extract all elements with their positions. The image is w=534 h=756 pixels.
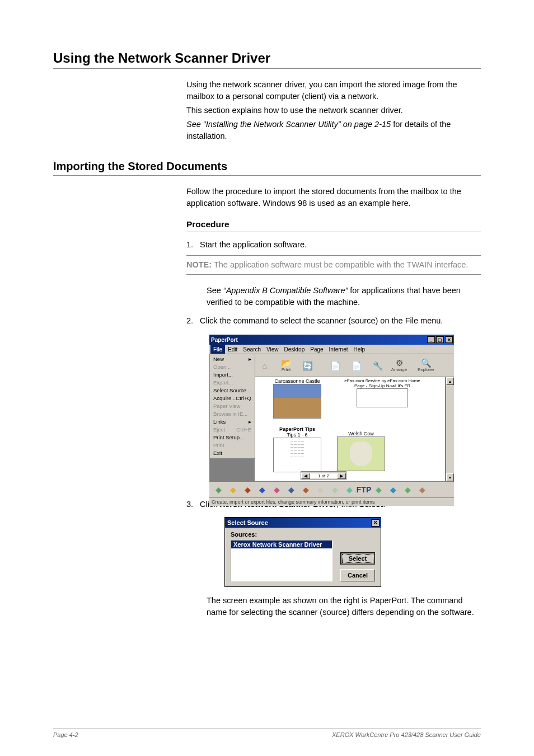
toolbar-icon[interactable]: ⚙Arrange xyxy=(389,355,409,375)
dialog-title: Select Source xyxy=(227,519,268,526)
paperport-screenshot: PaperPort _ ▢ ✕ File Edit Search View De… xyxy=(209,335,454,492)
page-icon: 📄 xyxy=(352,361,362,370)
mi-select-source[interactable]: Select Source... xyxy=(210,387,255,395)
app-icon[interactable]: ◆ xyxy=(242,484,253,495)
dialog-titlebar: Select Source ✕ xyxy=(225,518,381,528)
castle-image xyxy=(273,384,321,419)
window-title: PaperPort xyxy=(211,337,238,343)
step-1-text: Start the application software. xyxy=(200,239,481,251)
importing-heading: Importing the Stored Documents xyxy=(53,160,481,176)
tips-image: — — — —— — — —— — — —— — — —— — — —— — —… xyxy=(273,438,321,472)
app-icon[interactable]: ◆ xyxy=(227,484,238,495)
thumb-efax[interactable]: eFax.com Service by eFax.com Home Page -… xyxy=(343,378,421,408)
app-icon[interactable]: ◆ xyxy=(402,484,413,495)
step-1-num: 1. xyxy=(186,239,200,251)
mi-exit[interactable]: Exit xyxy=(210,449,255,457)
mi-print-setup[interactable]: Print Setup... xyxy=(210,434,255,442)
refresh-icon: 🔄 xyxy=(302,361,313,370)
app-icon[interactable]: ◆ xyxy=(373,484,384,495)
app-icon[interactable]: ◆ xyxy=(213,484,224,495)
cow-image xyxy=(337,436,385,471)
app-icon[interactable]: ◆ xyxy=(315,484,326,495)
mi-links[interactable]: Links▸ xyxy=(210,418,255,426)
minimize-button[interactable]: _ xyxy=(427,336,435,343)
efax-image xyxy=(357,388,408,407)
window-controls: _ ▢ ✕ xyxy=(427,336,453,343)
thumb-castle-label: Carcassonne Castle xyxy=(258,378,336,384)
toolbar-icon: 📄 xyxy=(346,355,367,375)
importing-intro: Follow the procedure to import the store… xyxy=(186,186,481,209)
app-icon[interactable]: ◆ xyxy=(387,484,399,495)
menu-desktop[interactable]: Desktop xyxy=(282,345,308,354)
menu-file[interactable]: File xyxy=(210,345,225,354)
scrollbar-vertical[interactable]: ▲ ▼ xyxy=(446,377,454,481)
see-block: See “Appendix B Compatible Software” for… xyxy=(207,285,481,308)
section-heading: Using the Network Scanner Driver xyxy=(53,50,481,69)
toolbar-icon[interactable]: 🔍Explorer xyxy=(416,355,436,375)
scroll-down-icon[interactable]: ▼ xyxy=(446,473,454,481)
app-icon[interactable]: ◆ xyxy=(256,484,268,495)
toolbar-icon: 📄 xyxy=(325,355,345,375)
page-icon: 📄 xyxy=(330,361,341,370)
mi-open: Open... xyxy=(210,363,255,371)
intro-block: Using the network scanner driver, you ca… xyxy=(186,79,481,142)
see-pre: See xyxy=(207,286,223,295)
step-1-row: 1. Start the application software. xyxy=(186,239,481,251)
footer-left: Page 4-2 xyxy=(53,731,78,738)
thumb-castle[interactable]: Carcassonne Castle xyxy=(258,378,336,420)
cancel-button[interactable]: Cancel xyxy=(340,569,375,581)
thumb-cow[interactable]: Welsh Cow xyxy=(322,431,400,472)
intro-p2: This section explains how to use the net… xyxy=(186,105,481,116)
scroll-up-icon[interactable]: ▲ xyxy=(446,377,454,385)
app-bar: ◆ ◆ ◆ ◆ ◆ ◆ ◆ ◆ ◆ ◆ FTP ◆ ◆ ◆ ◆ xyxy=(209,481,454,497)
thumb-efax-label: eFax.com Service by eFax.com Home Page -… xyxy=(343,378,421,388)
toolbar-icon: 🔧 xyxy=(368,355,388,375)
close-button[interactable]: ✕ xyxy=(445,336,453,343)
step-2-num: 2. xyxy=(186,315,200,327)
file-dropdown-menu: New▸ Open... Import... Export... Select … xyxy=(209,354,255,459)
select-button[interactable]: Select xyxy=(340,552,375,565)
step-2-text: Click the command to select the scanner … xyxy=(200,315,481,327)
dialog-buttons: Select Cancel xyxy=(340,552,375,581)
menu-view[interactable]: View xyxy=(264,345,282,354)
app-icon-ftp[interactable]: FTP xyxy=(358,484,369,495)
sources-listbox[interactable]: Xerox Network Scanner Driver xyxy=(231,540,332,581)
mi-acquire[interactable]: Acquire...Ctrl+Q xyxy=(210,395,255,402)
app-icon[interactable]: ◆ xyxy=(285,484,297,495)
toolbar-icon: ⌂ xyxy=(255,355,275,375)
app-icon[interactable]: ◆ xyxy=(329,484,340,495)
mi-import[interactable]: Import... xyxy=(210,371,255,379)
workarea[interactable]: Carcassonne Castle eFax.com Service by e… xyxy=(254,377,446,481)
pager-label: 1 of 2 xyxy=(310,473,337,478)
menu-edit[interactable]: Edit xyxy=(225,345,240,354)
window-titlebar: PaperPort _ ▢ ✕ xyxy=(209,335,454,345)
source-item-selected[interactable]: Xerox Network Scanner Driver xyxy=(231,541,332,548)
app-icon[interactable]: ◆ xyxy=(300,484,311,495)
menu-help[interactable]: Help xyxy=(351,345,368,354)
close-button[interactable]: ✕ xyxy=(371,519,380,527)
intro-p1: Using the network scanner driver, you ca… xyxy=(186,79,481,102)
note-box: NOTE: The application software must be c… xyxy=(186,255,481,275)
menu-page[interactable]: Page xyxy=(307,345,326,354)
toolbar-icon: 🔄 xyxy=(297,355,317,375)
app-icon[interactable]: ◆ xyxy=(416,484,428,495)
procedure-heading: Procedure xyxy=(186,219,481,232)
toolbar-icon[interactable]: 📂Print xyxy=(276,355,296,375)
mi-print: Print xyxy=(210,442,255,449)
pager-next[interactable]: ▶ xyxy=(337,473,346,479)
pager-prev[interactable]: ◀ xyxy=(301,473,310,479)
app-icon[interactable]: ◆ xyxy=(344,484,355,495)
menu-internet[interactable]: Internet xyxy=(326,345,351,354)
explorer-icon: 🔍 xyxy=(421,359,432,367)
step-3-num: 3. xyxy=(186,499,200,510)
home-icon: ⌂ xyxy=(262,361,267,370)
menu-search[interactable]: Search xyxy=(240,345,264,354)
pager: ◀ 1 of 2 ▶ xyxy=(301,471,346,480)
mi-new[interactable]: New▸ xyxy=(210,355,255,363)
mi-eject: EjectCtrl+E xyxy=(210,426,255,434)
step-2-row: 2. Click the command to select the scann… xyxy=(186,315,481,327)
intro-p3: See “Installing the Network Scanner Util… xyxy=(186,119,481,142)
app-icon[interactable]: ◆ xyxy=(271,484,282,495)
maximize-button[interactable]: ▢ xyxy=(436,336,444,343)
closing-paragraph: The screen example as shown on the right… xyxy=(207,595,481,618)
